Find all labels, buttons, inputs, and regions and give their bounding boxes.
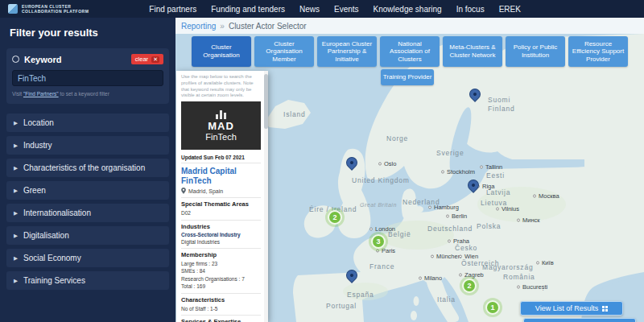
chevron-right-icon: ▶ xyxy=(14,120,18,126)
grid-icon xyxy=(602,306,608,312)
nav-item-news[interactable]: News xyxy=(299,5,320,14)
clear-keyword-button[interactable]: clear ✕ xyxy=(131,54,163,64)
introduce-partner-request-button[interactable]: Introduce a Partner Request xyxy=(523,318,636,322)
tab-cluster-organisation[interactable]: Cluster Organisation xyxy=(192,36,251,67)
nav-item-find-partners[interactable]: Find partners xyxy=(149,5,196,14)
keyword-hint: Visit "Find Partners" to set a keyword f… xyxy=(12,91,163,97)
filter-label: Industry xyxy=(23,141,52,150)
cluster-marker-count-1[interactable]: 1 xyxy=(485,300,500,315)
bar-chart-icon xyxy=(216,110,226,119)
view-list-label: View List of Results xyxy=(535,304,598,312)
cluster-logo: MAD FinTech xyxy=(181,101,261,150)
hint-suffix: to set a keyword filter xyxy=(59,91,109,97)
section-line: Research Organisations : 7 xyxy=(181,275,261,283)
logo-text-fintech: FinTech xyxy=(205,132,237,142)
breadcrumb-page: Cluster Actor Selector xyxy=(229,22,307,31)
card-section-membership: MembershipLarge firms : 23SMEs : 84Resea… xyxy=(181,248,261,293)
filter-training-services[interactable]: ▶Training Services xyxy=(6,271,169,290)
section-line: SMEs : 84 xyxy=(181,267,261,275)
keyword-label: Keyword xyxy=(24,55,61,64)
filter-label: Digitalisation xyxy=(23,231,69,240)
card-scrollbar-thumb[interactable] xyxy=(264,74,268,129)
card-section-characteristics: CharacteristicsNo of Staff : 1-5 xyxy=(181,293,261,315)
tab-policy-or-public-institution[interactable]: Policy or Public Institution xyxy=(506,36,565,67)
chevron-right-icon: ▶ xyxy=(14,210,18,217)
logo-line-bottom: COLLABORATION PLATFORM xyxy=(22,9,89,14)
tab-training-provider[interactable]: Training Provider xyxy=(381,69,434,85)
tab-row-2: Training Provider xyxy=(381,69,434,85)
logo-line-top: EUROPEAN CLUSTER xyxy=(22,4,71,9)
filter-social-economy[interactable]: ▶Social Economy xyxy=(6,249,169,267)
breadcrumb: Reporting » Cluster Actor Selector xyxy=(175,18,644,34)
filter-label: Training Services xyxy=(23,276,85,285)
cluster-location: Madrid, Spain xyxy=(181,188,261,194)
nav-item-in-focus[interactable]: In focus xyxy=(456,5,485,14)
view-list-of-results-button[interactable]: View List of Results xyxy=(520,301,623,316)
filter-label: Green xyxy=(23,186,46,195)
pin-dot-icon xyxy=(473,92,477,97)
section-line: Total : 169 xyxy=(181,283,261,290)
filter-green[interactable]: ▶Green xyxy=(6,181,169,200)
close-icon: ✕ xyxy=(151,56,159,63)
breadcrumb-reporting[interactable]: Reporting xyxy=(181,22,216,31)
find-partners-link[interactable]: "Find Partners" xyxy=(23,91,59,97)
nav-item-funding-and-tenders[interactable]: Funding and tenders xyxy=(211,5,285,14)
pin-dot-icon xyxy=(349,273,354,278)
nav-item-knowledge-sharing[interactable]: Knowledge sharing xyxy=(374,5,442,14)
cluster-marker-count-2[interactable]: 2 xyxy=(462,279,477,293)
section-line: Digital Industries xyxy=(181,238,261,246)
sidebar-title: Filter your results xyxy=(10,27,169,39)
location-text: Madrid, Spain xyxy=(188,188,223,194)
chevron-right-icon: ▶ xyxy=(14,165,18,171)
tab-meta-clusters-cluster-network[interactable]: Meta-Clusters & Cluster Network xyxy=(443,36,502,67)
filter-digitalisation[interactable]: ▶Digitalisation xyxy=(6,226,169,245)
hint-prefix: Visit xyxy=(12,91,23,97)
card-sections: Special Thematic AreasD02IndustriesCross… xyxy=(181,197,261,322)
section-subheading: Cross-Sectoral Industry xyxy=(181,232,261,237)
section-line: No of Staff : 1-5 xyxy=(181,305,261,312)
card-section-services-expertise: Services & ExpertiseServices provided to… xyxy=(181,315,261,322)
keyword-panel: Keyword clear ✕ Visit "Find Partners" to… xyxy=(6,48,169,104)
tab-european-cluster-partnership-initiative[interactable]: European Cluster Partnership & Initiativ… xyxy=(317,36,377,67)
nav-item-events[interactable]: Events xyxy=(334,5,359,14)
section-heading: Special Thematic Areas xyxy=(181,200,261,208)
cluster-title[interactable]: Madrid Capital FinTech xyxy=(181,167,261,185)
chevron-right-icon: ▶ xyxy=(14,255,18,262)
section-heading: Membership xyxy=(181,251,261,258)
location-pin-icon xyxy=(181,188,186,194)
keyword-target-icon xyxy=(12,56,19,63)
clear-label: clear xyxy=(135,56,148,63)
pin-dot-icon xyxy=(349,160,354,165)
filter-industry[interactable]: ▶Industry xyxy=(6,136,169,155)
main-nav: Find partnersFunding and tendersNewsEven… xyxy=(149,5,521,14)
card-section-special-thematic-areas: Special Thematic AreasD02 xyxy=(181,197,261,219)
section-heading: Industries xyxy=(181,223,261,230)
top-header: EUROPEAN CLUSTER COLLABORATION PLATFORM … xyxy=(0,0,644,18)
section-heading: Characteristics xyxy=(181,296,261,303)
section-line: D02 xyxy=(181,209,261,217)
tab-resource-efficiency-support-provider[interactable]: Resource Efficiency Support Provider xyxy=(568,36,628,67)
platform-logo[interactable]: EUROPEAN CLUSTER COLLABORATION PLATFORM xyxy=(0,4,89,14)
keyword-input[interactable] xyxy=(12,70,163,86)
filter-label: Social Economy xyxy=(23,254,81,262)
filter-label: Characteristics of the organisation xyxy=(23,163,145,172)
card-section-industries: IndustriesCross-Sectoral IndustryDigital… xyxy=(181,220,261,248)
section-line: Large firms : 23 xyxy=(181,260,261,267)
breadcrumb-separator: » xyxy=(220,22,225,31)
filter-location[interactable]: ▶Location xyxy=(6,114,169,132)
chevron-right-icon: ▶ xyxy=(14,142,18,149)
filter-characteristics-of-the-organisation[interactable]: ▶Characteristics of the organisation xyxy=(6,159,169,177)
card-scrollbar xyxy=(264,71,268,322)
tab-national-association-of-clusters[interactable]: National Association of Clusters xyxy=(380,36,440,67)
cluster-marker-count-2[interactable]: 2 xyxy=(328,210,342,225)
cluster-marker-count-3[interactable]: 3 xyxy=(371,234,386,249)
logo-text-mad: MAD xyxy=(208,121,234,131)
pin-dot-icon xyxy=(471,183,476,188)
tab-cluster-organisation-member[interactable]: Cluster Organisation Member xyxy=(254,36,314,67)
logo-text: EUROPEAN CLUSTER COLLABORATION PLATFORM xyxy=(22,4,89,14)
map-usage-hint: Use the map below to search the profiles… xyxy=(181,74,261,99)
nav-item-erek[interactable]: EREK xyxy=(499,5,521,14)
cluster-result-card: Use the map below to search the profiles… xyxy=(176,71,268,322)
filter-internationalisation[interactable]: ▶Internationalisation xyxy=(6,204,169,222)
filter-label: Location xyxy=(23,118,54,127)
